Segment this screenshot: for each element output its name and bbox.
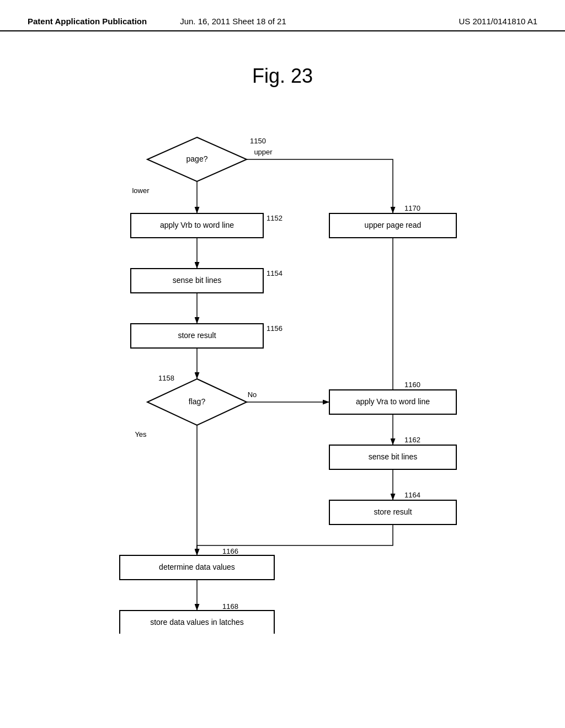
svg-text:1154: 1154	[266, 269, 282, 277]
svg-text:1150: 1150	[250, 137, 266, 145]
svg-text:1152: 1152	[266, 214, 282, 222]
patent-number-label: US 2011/0141810 A1	[459, 17, 537, 26]
figure-title: Fig. 23	[76, 65, 489, 88]
svg-text:upper page read: upper page read	[365, 221, 422, 229]
svg-text:upper: upper	[254, 148, 273, 156]
svg-text:No: No	[248, 390, 257, 399]
svg-text:1160: 1160	[404, 381, 420, 389]
svg-text:1166: 1166	[222, 547, 238, 555]
svg-text:1164: 1164	[404, 491, 420, 499]
svg-text:1158: 1158	[158, 374, 174, 382]
svg-text:store data values in latches: store data values in latches	[150, 618, 244, 627]
date-sheet-label: Jun. 16, 2011 Sheet 18 of 21	[180, 17, 286, 26]
svg-text:page?: page?	[186, 154, 208, 163]
flowchart-diagram: page? 1150 upper lower apply Vrb to word…	[76, 104, 489, 634]
svg-text:1170: 1170	[404, 204, 420, 212]
svg-text:lower: lower	[132, 186, 150, 195]
svg-text:apply Vra to word line: apply Vra to word line	[356, 397, 430, 406]
svg-text:1162: 1162	[404, 436, 420, 444]
svg-text:determine data values: determine data values	[159, 563, 235, 571]
svg-text:1156: 1156	[266, 324, 282, 333]
publication-label: Patent Application Publication	[28, 17, 147, 26]
svg-text:store result: store result	[178, 331, 216, 340]
svg-text:1168: 1168	[222, 602, 238, 611]
svg-text:flag?: flag?	[189, 397, 206, 406]
svg-text:sense bit lines: sense bit lines	[369, 452, 418, 461]
svg-text:apply Vrb to word line: apply Vrb to word line	[160, 221, 234, 229]
svg-text:store result: store result	[374, 507, 412, 516]
svg-text:Yes: Yes	[135, 430, 147, 438]
svg-text:sense bit lines: sense bit lines	[173, 276, 222, 285]
